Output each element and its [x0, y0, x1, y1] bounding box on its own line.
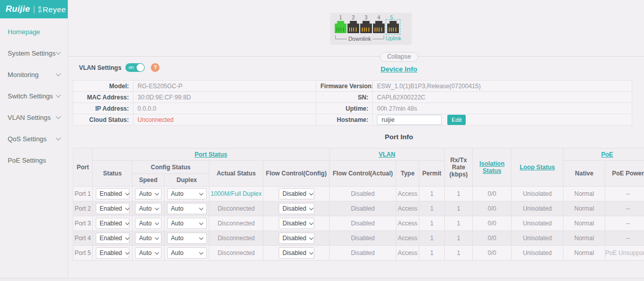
- port-5-jack-icon[interactable]: [387, 21, 399, 33]
- permit-cell: 1: [419, 231, 445, 246]
- sn-value: CAPL62X00222C: [373, 92, 632, 103]
- type-cell: Access: [396, 246, 419, 261]
- port-number-2: 2: [347, 15, 359, 20]
- select-value: Enabled: [100, 249, 122, 257]
- duplex-select[interactable]: Auto: [167, 233, 207, 244]
- col-native: Native: [564, 161, 605, 187]
- sidebar-item-qos-settings[interactable]: QoS Settings: [0, 128, 68, 149]
- chevron-down-icon: [154, 220, 158, 224]
- main-content: 1 2 3 4 5 Downlink: [68, 0, 644, 281]
- rj45-pins: [374, 28, 383, 32]
- device-info-link[interactable]: Device Info: [381, 65, 417, 73]
- rate-cell: 0/0: [473, 216, 512, 231]
- flow-control-select[interactable]: Disabled: [279, 218, 314, 229]
- sidebar-item-poe-settings[interactable]: PoE Settings: [0, 149, 68, 171]
- flow-control-select[interactable]: Disabled: [279, 233, 314, 244]
- status-select[interactable]: Enabled: [96, 218, 129, 229]
- table-row-port-2: Port 2 Enabled Auto Auto Disconnected Di…: [73, 201, 644, 216]
- duplex-select[interactable]: Auto: [167, 218, 207, 229]
- table-row: Cloud Status: Unconnected Hostname: Edit: [73, 114, 632, 125]
- sidebar-item-switch-settings[interactable]: Switch Settings: [0, 85, 68, 107]
- fc-actual-cell: Disabled: [330, 187, 396, 201]
- duplex-select[interactable]: Auto: [167, 188, 207, 199]
- downlink-bracket: Downlink: [335, 35, 384, 42]
- duplex-select[interactable]: Auto: [167, 203, 207, 214]
- rj45-pins: [362, 28, 370, 32]
- port-4-jack-icon[interactable]: [373, 21, 385, 33]
- port-status-link[interactable]: Port Status: [195, 151, 227, 158]
- duplex-select[interactable]: Auto: [167, 247, 207, 259]
- table-row: IP Address: 0.0.0.0 Uptime: 00h 27min 48…: [73, 103, 632, 114]
- uptime-label: Uptime:: [316, 103, 373, 114]
- device-info-table: Model: RG-ES205GC-P Firmware Version: ES…: [73, 80, 632, 125]
- col-type: Type: [396, 161, 419, 187]
- port-numbers: 1 2 3 4 5: [335, 15, 412, 20]
- group-port-status: Port Status: [93, 148, 330, 161]
- chevron-down-icon: [309, 206, 313, 210]
- speed-select[interactable]: Auto: [135, 247, 162, 259]
- sidebar-item-label: Switch Settings: [8, 92, 53, 100]
- sn-label: SN:: [316, 92, 373, 103]
- native-cell: 1: [445, 216, 473, 231]
- actual-status-cell: Disconnected: [209, 201, 263, 216]
- col-poe-power: PoE Power: [605, 161, 644, 187]
- edit-button[interactable]: Edit: [447, 115, 466, 125]
- rate-cell: 0/0: [473, 187, 512, 201]
- loop-cell: Normal: [564, 216, 605, 231]
- chevron-down-icon: [125, 191, 129, 195]
- port-cell: Port 4: [73, 231, 93, 246]
- port-info-table: Port Port Status VLAN Rx/Tx Rate (kbps) …: [73, 148, 644, 261]
- select-value: Auto: [171, 220, 184, 227]
- port-cell: Port 5: [73, 246, 93, 261]
- port-2-jack-icon[interactable]: [347, 21, 359, 33]
- speed-select[interactable]: Auto: [135, 218, 162, 229]
- sidebar-item-homepage[interactable]: Homepage: [0, 21, 68, 42]
- permit-cell: 1: [419, 201, 445, 216]
- actual-status-cell: Disconnected: [209, 231, 263, 246]
- col-port: Port: [73, 148, 93, 187]
- permit-cell: 1: [419, 216, 445, 231]
- sidebar-item-vlan-settings[interactable]: VLAN Settings: [0, 107, 68, 128]
- select-value: Enabled: [100, 235, 122, 242]
- col-permit: Permit: [419, 161, 445, 187]
- port-1-jack-icon[interactable]: [335, 21, 346, 33]
- chevron-down-icon: [125, 235, 129, 239]
- select-value: Auto: [139, 235, 152, 242]
- loop-cell: Normal: [564, 231, 605, 246]
- hostname-input[interactable]: [377, 115, 442, 125]
- device-panel-section: 1 2 3 4 5 Downlink: [68, 0, 644, 57]
- status-select[interactable]: Enabled: [96, 233, 129, 244]
- loop-status-link[interactable]: Loop Status: [520, 164, 555, 171]
- col-fc-config: Flow Control(Config): [263, 161, 330, 187]
- downlink-label: Downlink: [347, 35, 373, 42]
- status-select[interactable]: Enabled: [96, 188, 129, 199]
- actual-status-cell: Disconnected: [209, 216, 263, 231]
- collapse-button[interactable]: Collapse: [380, 52, 418, 62]
- speed-select[interactable]: Auto: [135, 188, 162, 199]
- poe-link[interactable]: PoE: [601, 151, 613, 158]
- port-3-jack-icon[interactable]: [360, 21, 372, 33]
- speed-select[interactable]: Auto: [135, 233, 162, 244]
- group-vlan: VLAN: [330, 148, 445, 161]
- permit-cell: 1: [419, 246, 445, 261]
- vlan-link[interactable]: VLAN: [379, 151, 395, 158]
- brand-separator: |: [33, 5, 35, 13]
- sidebar-item-system-settings[interactable]: System Settings: [0, 42, 68, 64]
- select-value: Disabled: [283, 249, 307, 257]
- isolation-status-link[interactable]: Isolation Status: [479, 160, 504, 174]
- flow-control-select[interactable]: Disabled: [279, 188, 314, 199]
- status-select[interactable]: Enabled: [96, 247, 129, 259]
- group-config-status: Config Status: [132, 161, 209, 174]
- port-diagram: 1 2 3 4 5 Downlink: [330, 13, 412, 45]
- fc-actual-cell: Disabled: [330, 246, 396, 261]
- sidebar-item-monitoring[interactable]: Monitoring: [0, 64, 68, 85]
- flow-control-select[interactable]: Disabled: [279, 247, 314, 259]
- flow-control-select[interactable]: Disabled: [279, 203, 314, 214]
- col-fc-actual: Flow Control(Actual): [330, 161, 396, 187]
- status-select[interactable]: Enabled: [96, 203, 129, 214]
- device-info-heading: Device Info: [68, 65, 644, 73]
- rate-cell: 0/0: [473, 201, 512, 216]
- native-cell: 1: [445, 201, 473, 216]
- speed-select[interactable]: Auto: [135, 203, 162, 214]
- table-row-port-5: Port 5 Enabled Auto Auto Disconnected Di…: [73, 246, 644, 261]
